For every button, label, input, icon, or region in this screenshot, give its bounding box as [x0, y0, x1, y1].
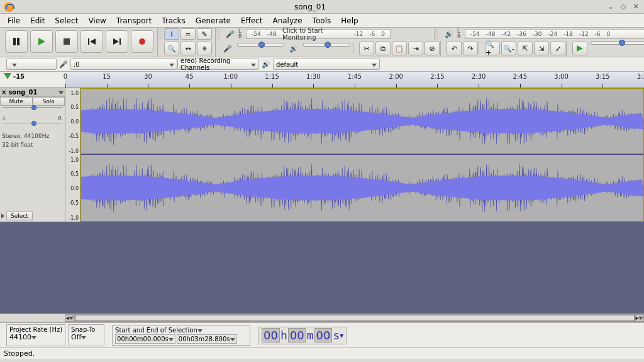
selection-start-field[interactable]: 00h00m00.000s — [115, 334, 175, 344]
track-header[interactable]: × song_01 — [0, 88, 65, 97]
menu-file[interactable]: File — [3, 16, 25, 25]
menubar: File Edit Select View Transport Tracks G… — [0, 14, 644, 28]
snap-box: Snap-To Off — [68, 324, 104, 346]
menu-edit[interactable]: Edit — [25, 16, 50, 25]
fit-selection-icon[interactable]: ⇱ — [518, 42, 533, 55]
rec-channels-combo[interactable]: ereo) Recording Channels — [177, 59, 259, 70]
record-button[interactable] — [131, 30, 153, 53]
menu-tools[interactable]: Tools — [308, 16, 336, 25]
audio-host-combo[interactable] — [6, 59, 57, 70]
timeshift-tool-icon[interactable]: ↔ — [180, 42, 196, 55]
scroll-thumb[interactable] — [75, 315, 635, 321]
ruler-start: -15 — [13, 73, 25, 80]
grip[interactable] — [158, 29, 162, 39]
zoom-in-icon[interactable]: 🔍+ — [485, 42, 500, 55]
collapse-icon[interactable] — [1, 213, 4, 218]
menu-view[interactable]: View — [83, 16, 111, 25]
selection-tool-icon[interactable]: I — [164, 28, 179, 40]
playhead-icon[interactable] — [4, 73, 11, 79]
play-button[interactable] — [30, 30, 53, 53]
snap-combo[interactable]: Off — [71, 333, 101, 344]
trim-icon[interactable]: ⇥ — [408, 42, 423, 55]
amplitude-scale: 1.0 0.5 0.0 -0.5 -1.0 1.0 0.5 0.0 -0.5 -… — [65, 88, 80, 222]
recording-meter[interactable]: 🎤 LR -54 -48 Click to Start Monitoring -… — [221, 28, 435, 40]
grip[interactable] — [435, 29, 439, 39]
copy-icon[interactable]: ⧉ — [375, 42, 391, 55]
pause-button[interactable] — [5, 30, 28, 53]
grip[interactable] — [216, 29, 220, 39]
rec-device-combo[interactable]: :0 — [70, 59, 177, 70]
multi-tool-icon[interactable]: ✳ — [197, 42, 212, 55]
cut-icon[interactable]: ✂ — [359, 42, 374, 55]
stop-button[interactable] — [55, 30, 78, 53]
pan-slider[interactable] — [3, 123, 62, 130]
rec-volume-slider[interactable] — [237, 43, 284, 47]
horizontal-scrollbar[interactable]: ◂ ▸ — [0, 314, 644, 322]
project-rate-combo[interactable]: 44100 — [9, 333, 58, 344]
minimize-icon[interactable]: ⌄ — [606, 3, 615, 11]
menu-help[interactable]: Help — [336, 16, 363, 25]
channel-left[interactable] — [81, 89, 643, 155]
paste-icon[interactable]: 📋 — [392, 42, 407, 55]
fit-project-icon[interactable]: ⇲ — [534, 42, 549, 55]
waveform-display[interactable]: 1.0 0.5 0.0 -0.5 -1.0 1.0 0.5 0.0 -0.5 -… — [65, 88, 644, 222]
play-volume-slider[interactable] — [303, 43, 350, 47]
play-meter-scale[interactable]: -54 -48 -42 -36 -30 -24 -18 -12 -6 0 — [465, 29, 644, 39]
track-area: × song_01 Mute Solo LR Stereo, 44100Hz 3… — [0, 88, 644, 222]
solo-button[interactable]: Solo — [33, 97, 65, 106]
timeline-ruler[interactable]: -15 01530451:001:151:301:452:002:152:302… — [0, 72, 644, 88]
svg-marker-6 — [113, 38, 119, 45]
track-select-button[interactable]: Select — [6, 212, 33, 220]
play-device-combo[interactable]: default — [273, 59, 380, 70]
skip-end-button[interactable] — [106, 30, 128, 53]
maximize-icon[interactable]: ◇ — [619, 3, 628, 11]
envelope-tool-icon[interactable]: ≍ — [180, 28, 196, 40]
selection-end-field[interactable]: 00h03m28.800s — [177, 334, 237, 344]
waveform-canvas[interactable] — [80, 88, 644, 222]
menu-transport[interactable]: Transport — [111, 16, 157, 25]
menu-analyze[interactable]: Analyze — [267, 16, 307, 25]
zoom-buttons: 🔍+ 🔍- ⇱ ⇲ ⤢ — [484, 41, 567, 56]
mic-icon: 🎤 — [225, 28, 236, 40]
playback-meter[interactable]: 🔊 LR -54 -48 -42 -36 -30 -24 -18 -12 -6 … — [440, 28, 644, 40]
track-close-icon[interactable]: × — [1, 89, 6, 96]
channel-right[interactable] — [81, 155, 643, 221]
selection-range-box: Start and End of Selection 00h00m00.000s… — [112, 325, 250, 346]
svg-marker-9 — [577, 45, 583, 52]
play-at-speed — [572, 41, 644, 56]
silence-icon[interactable]: ⊘ — [425, 42, 440, 55]
selection-mode-combo[interactable]: Start and End of Selection — [115, 327, 247, 334]
zoom-toggle-icon[interactable]: ⤢ — [550, 42, 565, 55]
gain-slider[interactable] — [3, 107, 62, 115]
mute-button[interactable]: Mute — [0, 97, 33, 106]
menu-select[interactable]: Select — [50, 16, 83, 25]
ruler-scale[interactable]: 01530451:001:151:301:452:002:152:302:453… — [65, 72, 644, 88]
redo-icon[interactable]: ↷ — [463, 42, 478, 55]
zoom-out-icon[interactable]: 🔍- — [501, 42, 516, 55]
menu-effect[interactable]: Effect — [236, 16, 268, 25]
scroll-right-icon[interactable]: ▸ — [635, 314, 644, 322]
undo-icon[interactable]: ↶ — [447, 42, 462, 55]
status-bar: Stopped. — [0, 348, 644, 359]
play-speed-button[interactable] — [572, 42, 587, 55]
skip-start-button[interactable] — [80, 30, 103, 53]
rec-meter-scale[interactable]: -54 -48 Click to Start Monitoring -12 -6… — [246, 29, 391, 39]
playback-speed-slider[interactable] — [591, 41, 644, 45]
empty-track-space[interactable] — [0, 222, 644, 314]
project-rate-box: Project Rate (Hz) 44100 — [6, 324, 65, 346]
app-icon — [4, 2, 14, 12]
track-menu-icon[interactable] — [58, 89, 64, 96]
draw-tool-icon[interactable]: ✎ — [197, 28, 212, 40]
scroll-left-icon[interactable]: ◂ — [65, 314, 74, 322]
menu-tracks[interactable]: Tracks — [157, 16, 191, 25]
status-text: Stopped. — [4, 349, 35, 358]
svg-point-8 — [139, 38, 145, 45]
svg-rect-3 — [64, 38, 70, 45]
lr-label: LR — [457, 28, 465, 40]
track-name: song_01 — [8, 89, 58, 96]
zoom-tool-icon[interactable]: 🔍 — [164, 42, 179, 55]
menu-generate[interactable]: Generate — [191, 16, 236, 25]
close-icon[interactable]: ✕ — [631, 3, 640, 11]
scroll-track[interactable] — [74, 314, 635, 322]
time-counter[interactable]: 00 h 00 m 00 s▾ — [258, 327, 347, 344]
